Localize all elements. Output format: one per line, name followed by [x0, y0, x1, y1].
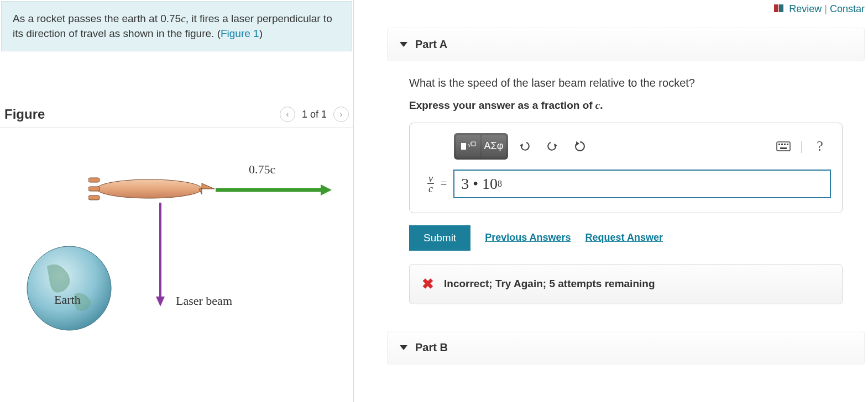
rocket-image	[88, 172, 216, 205]
caret-down-icon	[400, 345, 407, 350]
svg-marker-8	[156, 297, 165, 306]
answer-exponent: 8	[498, 179, 502, 189]
greek-tool-button[interactable]: ΑΣφ	[482, 135, 506, 157]
svg-rect-2	[88, 178, 100, 182]
right-pane: Review | Constar Part A What is the spee…	[354, 0, 868, 402]
answer-input[interactable]: 3 • 108	[453, 170, 831, 198]
equation-toolbar: √ ΑΣφ | ?	[421, 133, 831, 160]
undo-button[interactable]	[514, 135, 536, 157]
svg-rect-14	[472, 142, 475, 146]
figure-heading: Figure	[4, 107, 45, 122]
caret-down-icon	[400, 42, 407, 47]
reset-button[interactable]	[569, 135, 591, 157]
part-a-title: Part A	[415, 38, 447, 51]
answer-value: 3 • 10	[461, 175, 498, 193]
svg-rect-4	[88, 195, 100, 200]
earth-label: Earth	[54, 293, 81, 307]
laser-arrow	[154, 203, 167, 308]
incorrect-icon: ✖	[422, 276, 434, 293]
review-link[interactable]: Review	[789, 3, 822, 14]
svg-rect-21	[784, 144, 786, 145]
figure-canvas: 0.75c Laser beam Earth	[0, 128, 353, 402]
svg-rect-12	[461, 143, 466, 150]
figure-page-indicator: 1 of 1	[302, 109, 327, 120]
link-separator: |	[824, 3, 830, 14]
figure-nav: ‹ 1 of 1 ›	[280, 107, 349, 122]
constants-link[interactable]: Constar	[830, 3, 865, 14]
toolbar-divider: |	[800, 139, 803, 154]
keyboard-button[interactable]	[772, 135, 794, 157]
svg-rect-20	[781, 144, 783, 145]
frac-numerator: v	[427, 173, 434, 184]
velocity-label: 0.75c	[249, 162, 275, 177]
answer-box: √ ΑΣφ | ?	[409, 123, 843, 213]
help-button[interactable]: ?	[809, 135, 831, 157]
tool-group: √ ΑΣφ	[454, 133, 508, 160]
part-a-instruction: Express your answer as a fraction of c.	[409, 99, 865, 112]
equals-sign: =	[441, 177, 447, 190]
svg-text:√: √	[468, 141, 472, 148]
part-b-header[interactable]: Part B	[387, 331, 865, 364]
redo-button[interactable]	[541, 135, 563, 157]
svg-marker-6	[321, 184, 332, 195]
figure-link[interactable]: Figure 1	[221, 28, 259, 39]
part-a-header[interactable]: Part A	[387, 28, 865, 61]
submit-button[interactable]: Submit	[409, 225, 470, 251]
svg-rect-18	[777, 142, 790, 151]
svg-marker-17	[576, 141, 579, 146]
svg-rect-22	[787, 144, 788, 145]
part-b-title: Part B	[415, 341, 448, 354]
svg-rect-23	[780, 147, 787, 149]
svg-rect-19	[778, 144, 780, 145]
book-icon	[774, 4, 784, 15]
instruction-suffix: .	[600, 99, 603, 111]
c-symbol: c	[181, 13, 185, 24]
figure-header: Figure ‹ 1 of 1 ›	[0, 101, 353, 128]
left-pane: As a rocket passes the earth at 0.75c, i…	[0, 0, 354, 402]
velocity-arrow	[216, 183, 332, 197]
answer-input-row: v c = 3 • 108	[421, 170, 831, 198]
svg-rect-10	[774, 4, 778, 12]
instruction-prefix: Express your answer as a fraction of	[409, 99, 595, 111]
problem-text-3: )	[259, 28, 263, 39]
svg-rect-3	[88, 187, 100, 191]
svg-point-9	[27, 246, 111, 330]
svg-marker-1	[199, 183, 215, 194]
problem-text-1: As a rocket passes the earth at 0.75	[13, 13, 181, 24]
earth-image	[25, 244, 113, 332]
laser-label: Laser beam	[176, 294, 232, 308]
previous-answers-link[interactable]: Previous Answers	[485, 232, 571, 244]
svg-rect-11	[779, 4, 783, 12]
feedback-box: ✖ Incorrect; Try Again; 5 attempts remai…	[409, 264, 843, 304]
part-a-question: What is the speed of the laser beam rela…	[409, 77, 865, 89]
template-tool-button[interactable]: √	[456, 135, 480, 157]
action-row: Submit Previous Answers Request Answer	[409, 225, 865, 251]
problem-statement: As a rocket passes the earth at 0.75c, i…	[1, 1, 352, 51]
frac-denominator: c	[427, 184, 434, 194]
figure-prev-button[interactable]: ‹	[280, 107, 295, 122]
feedback-text: Incorrect; Try Again; 5 attempts remaini…	[444, 278, 655, 290]
request-answer-link[interactable]: Request Answer	[585, 232, 663, 244]
figure-next-button[interactable]: ›	[333, 107, 349, 122]
svg-point-0	[97, 179, 202, 198]
top-links: Review | Constar	[387, 0, 865, 19]
variable-fraction: v c	[427, 173, 434, 194]
